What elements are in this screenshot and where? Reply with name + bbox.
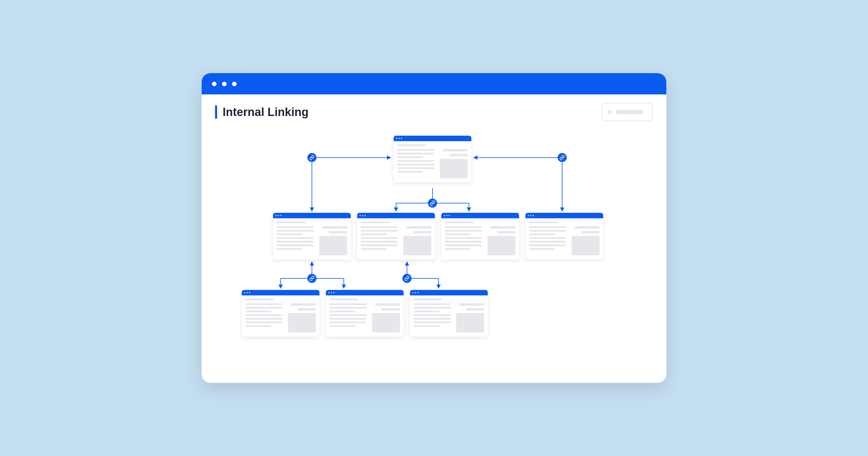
diagram-canvas xyxy=(202,121,666,382)
link-icon xyxy=(402,274,411,283)
page-card xyxy=(242,290,319,337)
title-accent-bar xyxy=(215,105,217,119)
page-card-titlebar xyxy=(394,136,471,141)
header-placeholder-button[interactable] xyxy=(601,103,653,121)
page-card-root xyxy=(394,136,471,183)
browser-window: Internal Linking xyxy=(202,73,666,383)
link-icon xyxy=(307,153,316,162)
page-card xyxy=(441,213,519,260)
link-icon xyxy=(307,274,316,283)
page-card xyxy=(410,290,488,337)
page-card xyxy=(326,290,404,337)
page-title-block: Internal Linking xyxy=(215,105,309,119)
page-title: Internal Linking xyxy=(223,106,309,119)
page-card xyxy=(273,213,351,260)
placeholder-dot-icon xyxy=(608,110,612,114)
window-control-dot[interactable] xyxy=(222,82,226,86)
page-card xyxy=(357,213,435,260)
window-control-dot[interactable] xyxy=(232,82,237,86)
page-header: Internal Linking xyxy=(202,94,666,121)
page-card xyxy=(525,213,603,260)
link-icon xyxy=(428,199,437,208)
window-titlebar xyxy=(202,73,666,94)
link-icon xyxy=(558,153,567,162)
window-control-dot[interactable] xyxy=(212,82,217,86)
placeholder-line xyxy=(616,110,643,114)
